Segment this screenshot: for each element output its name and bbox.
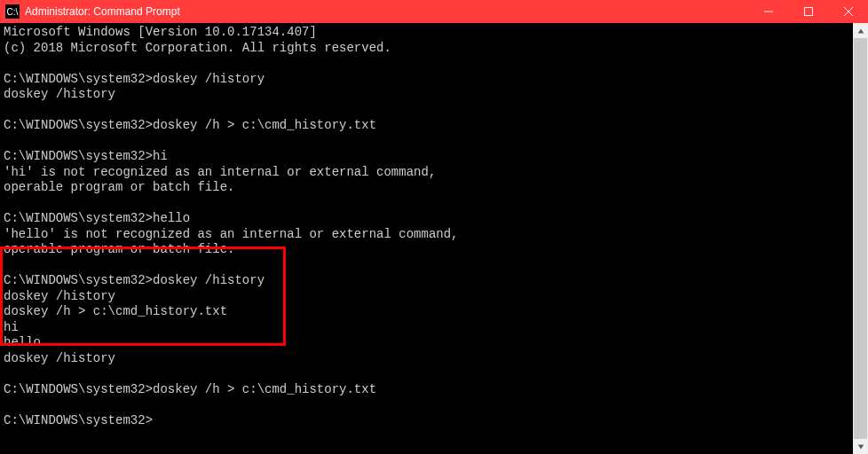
terminal-line: C:\WINDOWS\system32>doskey /h > c:\cmd_h…: [4, 118, 849, 134]
minimize-button[interactable]: [748, 0, 788, 23]
svg-rect-1: [804, 8, 812, 16]
terminal-area: Microsoft Windows [Version 10.0.17134.40…: [0, 23, 868, 454]
scroll-down-arrow-icon[interactable]: [853, 439, 868, 454]
terminal-line: 'hi' is not recognized as an internal or…: [4, 165, 849, 181]
terminal-line: hello: [4, 335, 849, 351]
terminal-line: [4, 397, 849, 413]
terminal-line: C:\WINDOWS\system32>hello: [4, 211, 849, 227]
svg-marker-5: [857, 444, 863, 449]
close-button[interactable]: [828, 0, 868, 23]
vertical-scrollbar[interactable]: [853, 23, 868, 454]
scroll-track[interactable]: [853, 38, 868, 439]
terminal-line: hi: [4, 320, 849, 336]
window-controls: [748, 0, 868, 23]
terminal-line: [4, 196, 849, 212]
terminal-line: C:\WINDOWS\system32>: [4, 413, 849, 429]
terminal-line: C:\WINDOWS\system32>hi: [4, 149, 849, 165]
terminal-line: doskey /history: [4, 87, 849, 103]
terminal-line: [4, 366, 849, 382]
scroll-thumb[interactable]: [854, 38, 867, 439]
terminal-line: doskey /h > c:\cmd_history.txt: [4, 304, 849, 320]
terminal-line: (c) 2018 Microsoft Corporation. All righ…: [4, 41, 849, 57]
titlebar[interactable]: C:\ Administrator: Command Prompt: [0, 0, 868, 23]
terminal-line: Microsoft Windows [Version 10.0.17134.40…: [4, 25, 849, 41]
terminal-line: doskey /history: [4, 289, 849, 305]
svg-marker-4: [857, 28, 863, 33]
terminal-line: 'hello' is not recognized as an internal…: [4, 227, 849, 243]
terminal-line: operable program or batch file.: [4, 242, 849, 258]
terminal-line: [4, 103, 849, 119]
window-title: Administrator: Command Prompt: [25, 5, 748, 18]
terminal-line: [4, 258, 849, 274]
terminal-line: [4, 134, 849, 150]
terminal-output[interactable]: Microsoft Windows [Version 10.0.17134.40…: [0, 23, 853, 454]
scroll-up-arrow-icon[interactable]: [853, 23, 868, 38]
terminal-line: operable program or batch file.: [4, 180, 849, 196]
cmd-icon: C:\: [5, 4, 20, 19]
terminal-line: C:\WINDOWS\system32>doskey /h > c:\cmd_h…: [4, 382, 849, 398]
terminal-line: doskey /history: [4, 351, 849, 367]
terminal-line: C:\WINDOWS\system32>doskey /history: [4, 273, 849, 289]
maximize-button[interactable]: [788, 0, 828, 23]
terminal-line: [4, 56, 849, 72]
terminal-line: C:\WINDOWS\system32>doskey /history: [4, 72, 849, 88]
